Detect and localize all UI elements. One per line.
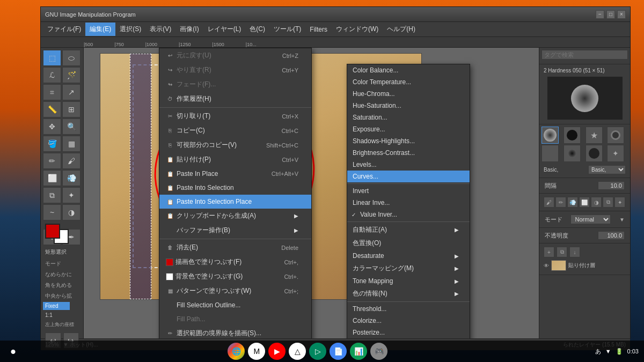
menu-item-history[interactable]: ⏱ 作業履歴(H) <box>159 92 311 106</box>
minimize-button[interactable]: − <box>596 10 604 19</box>
smudge-tool-button[interactable]: ~ <box>43 204 61 220</box>
brush-item-8[interactable]: ✦ <box>607 145 624 162</box>
measure-tool-button[interactable]: 📏 <box>43 101 61 117</box>
value-invert-item[interactable]: ✓ Value Inver... <box>347 209 470 220</box>
brush-item-4[interactable] <box>607 127 624 144</box>
lasso-tool-button[interactable]: ℒ <box>43 67 61 83</box>
menu-item-buffer-ops[interactable]: バッファー操作(B) ▶ <box>159 223 311 238</box>
color-balance-item[interactable]: Color Balance... <box>347 64 470 76</box>
brush-item-5[interactable] <box>541 145 559 162</box>
menu-color[interactable]: 色(C) <box>245 23 269 36</box>
brush-tool-button[interactable]: 🖌 <box>62 153 80 169</box>
move-tool-button[interactable]: ✥ <box>43 119 61 135</box>
menu-item-copy-visible[interactable]: ⎘ 可視部分のコピー(V) Shift+Ctrl+C <box>159 138 311 152</box>
brush-category-select[interactable]: Basic, <box>588 165 626 174</box>
pencil-tool-button[interactable]: ✏ <box>43 153 61 169</box>
taskbar-play[interactable]: ▷ <box>309 343 326 360</box>
menu-item-paste-in-place[interactable]: 📋 Paste In Place Ctrl+Alt+V <box>159 167 311 181</box>
taskbar-hangouts[interactable]: 🎮 <box>370 343 387 360</box>
fuzzy-select-button[interactable]: 🪄 <box>62 67 80 83</box>
layer-merge-icon[interactable]: ↓ <box>569 247 580 257</box>
brush-item-1[interactable] <box>541 127 559 144</box>
erase-icon-btn[interactable]: ⬜ <box>579 197 590 208</box>
exposure-item[interactable]: Exposure... <box>347 123 470 135</box>
invert-item[interactable]: Invert <box>347 185 470 197</box>
menu-item-fill-bg[interactable]: 背景色で塗りつぶす(G) Ctrl+. <box>159 269 311 284</box>
menu-item-fill-selection-outline[interactable]: Fill Selection Outline... <box>159 298 311 312</box>
tone-mapping-item[interactable]: Tone Mapping ▶ <box>347 275 470 287</box>
menu-item-undo[interactable]: ↩ 元に戻す(U) Ctrl+Z <box>159 48 311 63</box>
taskbar-launcher[interactable]: ⬤ <box>5 344 20 359</box>
layer-duplicate-icon[interactable]: ⧉ <box>557 247 567 257</box>
hue-chroma-item[interactable]: Hue-Chroma... <box>347 88 470 100</box>
close-button[interactable]: × <box>617 10 626 19</box>
menu-item-paste-into-selection[interactable]: 📋 Paste Into Selection <box>159 181 311 195</box>
menu-view[interactable]: 表示(V) <box>145 23 175 36</box>
taskbar-gmail[interactable]: M <box>248 343 265 360</box>
paint-bucket-button[interactable]: 🪣 <box>43 136 61 152</box>
menu-select[interactable]: 選択(S) <box>115 23 145 36</box>
taskbar-youtube[interactable]: ▶ <box>268 343 286 360</box>
hue-saturation-item[interactable]: Hue-Saturation... <box>347 100 470 112</box>
linear-invert-item[interactable]: Linear Inve... <box>347 197 470 209</box>
menu-item-redo[interactable]: ↪ やり直す(R) Ctrl+Y <box>159 63 311 77</box>
menu-windows[interactable]: ウィンドウ(W) <box>332 23 383 36</box>
menu-item-paste-into-selection-place[interactable]: 📋 Paste Into Selection Place <box>159 195 311 209</box>
threshold-item[interactable]: Threshold... <box>347 303 470 315</box>
align-tool-button[interactable]: ⊞ <box>62 101 80 117</box>
menu-item-fill-pattern[interactable]: ▦ パターンで塗りつぶす(W) Ctrl+; <box>159 284 311 298</box>
brush-item-7[interactable] <box>586 145 603 162</box>
menu-help[interactable]: ヘルプ(H) <box>383 23 420 36</box>
menu-item-copy[interactable]: ⎘ コピー(C) Ctrl+C <box>159 123 311 138</box>
taskbar-docs[interactable]: 📄 <box>330 343 347 360</box>
spacing-input[interactable] <box>598 181 625 190</box>
maximize-button[interactable]: □ <box>606 10 615 19</box>
brush-item-3[interactable]: ★ <box>586 127 603 144</box>
color-replace-item[interactable]: 色置換(O) <box>347 237 470 250</box>
clone-icon-btn[interactable]: ⧉ <box>603 197 613 208</box>
transform-tool-button[interactable]: ↗ <box>62 84 80 100</box>
zoom-tool-button[interactable]: 🔍 <box>62 119 80 135</box>
layer-add-icon[interactable]: + <box>544 247 554 257</box>
selection-tool-button[interactable]: ⬚ <box>43 50 61 66</box>
mode-select[interactable]: Normal <box>570 215 611 224</box>
menu-layer[interactable]: レイヤー(L) <box>203 23 246 36</box>
dodge-burn-button[interactable]: ◑ <box>62 204 80 220</box>
colorize-item[interactable]: Colorize... <box>347 315 470 327</box>
menu-file[interactable]: ファイル(F) <box>43 23 85 36</box>
brightness-contrast-item[interactable]: Brightness-Contrast... <box>347 147 470 159</box>
ellipse-tool-button[interactable]: ⬭ <box>62 50 80 66</box>
levels-item[interactable]: Levels... <box>347 159 470 171</box>
eraser-tool-button[interactable]: ⬜ <box>43 170 61 186</box>
menu-filters[interactable]: Filters <box>305 24 332 35</box>
menu-item-paste[interactable]: 📋 貼り付け(P) Ctrl+V <box>159 152 311 167</box>
taskbar-sheets[interactable]: 📊 <box>350 343 367 360</box>
menu-item-fill-path[interactable]: Fill Path... <box>159 312 311 326</box>
color-mapping-item[interactable]: カラーマッピング(M) ▶ <box>347 262 470 275</box>
taskbar-drive[interactable]: △ <box>289 343 306 360</box>
pencil-tool-icon-btn[interactable]: ✏ <box>555 197 566 208</box>
heal-icon-btn[interactable]: ✦ <box>614 197 625 208</box>
shadows-highlights-item[interactable]: Shadows-Highlights... <box>347 135 470 147</box>
menu-item-stroke-selection[interactable]: ✏ 選択範囲の境界線を描画(S)... <box>159 326 311 338</box>
airbrush-tool-button[interactable]: 💨 <box>62 170 80 186</box>
color-info-item[interactable]: 色の情報(N) ▶ <box>347 287 470 300</box>
crop-tool-button[interactable]: ⌗ <box>43 84 61 100</box>
brush-search-input[interactable] <box>541 50 628 60</box>
menu-item-create-from-clipboard[interactable]: 📋 クリップボードから生成(A) ▶ <box>159 209 311 223</box>
opacity-input[interactable] <box>598 231 625 240</box>
saturation-item[interactable]: Saturation... <box>347 112 470 123</box>
menu-item-clear[interactable]: 🗑 消去(E) Delete <box>159 240 311 255</box>
brush-item-6[interactable] <box>564 145 581 162</box>
menu-edit[interactable]: 編集(E) <box>85 23 115 36</box>
heal-tool-button[interactable]: ✦ <box>62 187 80 203</box>
auto-correct-item[interactable]: 自動補正(A) ▶ <box>347 223 470 237</box>
foreground-color[interactable] <box>45 224 60 239</box>
menu-item-cut[interactable]: ✂ 切り取り(T) Ctrl+X <box>159 109 311 123</box>
taskbar-chrome[interactable]: 🌐 <box>228 343 245 360</box>
menu-item-fade[interactable]: ↬ フェード(F)... <box>159 77 311 92</box>
menu-image[interactable]: 画像(I) <box>175 23 203 36</box>
clone-tool-button[interactable]: ⧉ <box>43 187 61 203</box>
desaturate-item[interactable]: Desaturate ▶ <box>347 250 470 262</box>
posterize-item[interactable]: Posterize... <box>347 327 470 338</box>
